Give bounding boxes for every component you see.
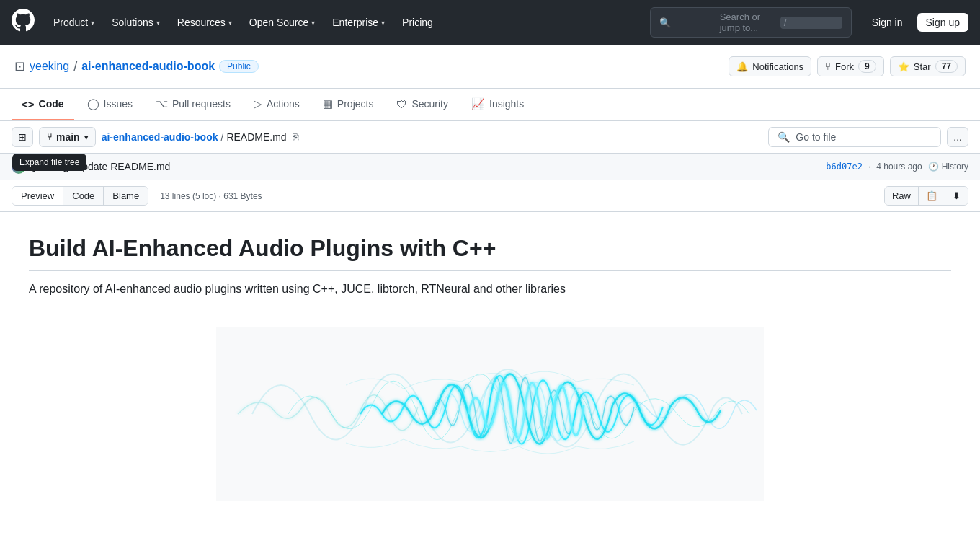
tab-insights[interactable]: 📈 Insights	[461, 89, 534, 120]
star-icon: ⭐	[898, 61, 909, 72]
resources-chevron-icon: ▾	[228, 19, 232, 27]
file-toolbar: ⊞ Expand file tree ⑂ main ▾ ai-enhanced-…	[0, 121, 980, 154]
repo-tabs: <> Code ◯ Issues ⌥ Pull requests ▷ Actio…	[0, 89, 980, 121]
go-to-file-search[interactable]: 🔍 Go to file	[768, 127, 941, 147]
github-logo[interactable]	[12, 9, 35, 36]
file-name: README.md	[226, 131, 286, 143]
nav-links: Product ▾ Solutions ▾ Resources ▾ Open S…	[46, 12, 440, 32]
repo-name-link[interactable]: ai-enhanced-audio-book	[81, 60, 215, 73]
table-icon: ▦	[323, 97, 333, 110]
notifications-button[interactable]: 🔔 Notifications	[729, 56, 811, 76]
star-button[interactable]: ⭐ Star 77	[890, 56, 966, 76]
search-bar[interactable]: 🔍 Search or jump to... /	[650, 7, 852, 38]
file-action-buttons: Raw 📋 ⬇	[884, 186, 968, 206]
tab-pull-requests[interactable]: ⌥ Pull requests	[146, 89, 241, 120]
commit-separator: ·	[868, 162, 870, 172]
branch-chevron-icon: ▾	[84, 133, 88, 141]
graph-icon: 📈	[471, 97, 485, 110]
signin-button[interactable]: Sign in	[863, 13, 912, 32]
nav-solutions[interactable]: Solutions ▾	[104, 12, 167, 32]
star-count: 77	[935, 60, 958, 73]
nav-product[interactable]: Product ▾	[46, 12, 102, 32]
nav-open-source[interactable]: Open Source ▾	[242, 12, 323, 32]
tab-code[interactable]: <> Code	[12, 89, 74, 120]
breadcrumb: ⊡ yeeking / ai-enhanced-audio-book Publi…	[14, 58, 259, 74]
nav-enterprise[interactable]: Enterprise ▾	[325, 12, 392, 32]
tab-projects[interactable]: ▦ Projects	[313, 89, 384, 120]
breadcrumb-separator: /	[74, 59, 77, 74]
copy-raw-button[interactable]: 📋	[919, 187, 945, 205]
tab-preview[interactable]: Preview	[12, 187, 63, 205]
repo-actions: 🔔 Notifications ⑂ Fork 9 ⭐ Star 77	[729, 56, 966, 76]
sidebar-icon: ⊞	[18, 131, 27, 143]
code-icon: <>	[22, 98, 35, 110]
file-view-tabs: Preview Code Blame	[12, 186, 148, 206]
svg-rect-0	[216, 327, 764, 501]
visibility-badge: Public	[219, 60, 259, 73]
readme-description: A repository of AI-enhanced audio plugin…	[29, 283, 951, 296]
tab-actions[interactable]: ▷ Actions	[244, 89, 310, 120]
repo-breadcrumb-link[interactable]: ai-enhanced-audio-book	[102, 131, 218, 143]
commit-line: yeeking Update README.md b6d07e2 · 4 hou…	[0, 154, 980, 180]
open-source-chevron-icon: ▾	[311, 19, 315, 27]
commit-message: Update README.md	[75, 161, 170, 172]
copy-path-button[interactable]: ⎘	[290, 128, 301, 146]
search-icon: 🔍	[778, 131, 790, 143]
raw-button[interactable]: Raw	[885, 187, 919, 205]
fork-button[interactable]: ⑂ Fork 9	[817, 56, 884, 76]
repo-owner-link[interactable]: yeeking	[30, 60, 69, 73]
history-button[interactable]: 🕐 History	[928, 162, 968, 172]
issues-icon: ◯	[87, 97, 99, 110]
commit-hash-link[interactable]: b6d07e2	[826, 162, 863, 172]
search-icon: 🔍	[659, 17, 714, 28]
waveform-svg	[216, 327, 764, 501]
repo-header: ⊡ yeeking / ai-enhanced-audio-book Publi…	[0, 45, 980, 89]
fork-count: 9	[858, 60, 876, 73]
expand-filetree-button[interactable]: ⊞ Expand file tree	[12, 127, 33, 147]
download-button[interactable]: ⬇	[945, 187, 968, 205]
branch-icon: ⑂	[47, 132, 52, 142]
play-icon: ▷	[254, 97, 262, 110]
nav-resources[interactable]: Resources ▾	[170, 12, 239, 32]
tab-security[interactable]: 🛡 Security	[386, 89, 458, 120]
shield-icon: 🛡	[396, 98, 407, 110]
auth-buttons: Sign in Sign up	[863, 13, 968, 32]
nav-pricing[interactable]: Pricing	[395, 12, 440, 32]
expand-tooltip: Expand file tree	[12, 154, 86, 171]
branch-selector[interactable]: ⑂ main ▾	[39, 127, 96, 147]
path-separator: /	[220, 131, 223, 143]
fork-icon: ⑂	[825, 61, 831, 72]
file-meta: 13 lines (5 loc) · 631 Bytes	[160, 191, 262, 201]
tab-code-view[interactable]: Code	[63, 187, 104, 205]
readme-content: Build AI-Enhanced Audio Plugins with C++…	[0, 212, 980, 538]
file-breadcrumb: ai-enhanced-audio-book / README.md ⎘	[102, 128, 763, 146]
commit-time: 4 hours ago	[876, 162, 922, 172]
more-options-button[interactable]: ...	[947, 127, 968, 147]
solutions-chevron-icon: ▾	[156, 19, 160, 27]
tab-issues[interactable]: ◯ Issues	[77, 89, 143, 120]
file-view-toolbar: Preview Code Blame 13 lines (5 loc) · 63…	[0, 180, 980, 212]
pr-icon: ⌥	[156, 97, 168, 110]
search-shortcut: /	[780, 17, 842, 29]
top-navigation: Product ▾ Solutions ▾ Resources ▾ Open S…	[0, 0, 980, 45]
tab-blame[interactable]: Blame	[104, 187, 148, 205]
commit-info-right: b6d07e2 · 4 hours ago 🕐 History	[826, 162, 968, 172]
waveform-visualization	[29, 313, 951, 515]
repo-icon: ⊡	[14, 58, 25, 74]
bell-icon: 🔔	[736, 61, 748, 72]
enterprise-chevron-icon: ▾	[381, 19, 385, 27]
signup-button[interactable]: Sign up	[917, 13, 968, 32]
product-chevron-icon: ▾	[91, 19, 94, 27]
readme-title: Build AI-Enhanced Audio Plugins with C++	[29, 235, 951, 271]
history-icon: 🕐	[928, 162, 939, 172]
